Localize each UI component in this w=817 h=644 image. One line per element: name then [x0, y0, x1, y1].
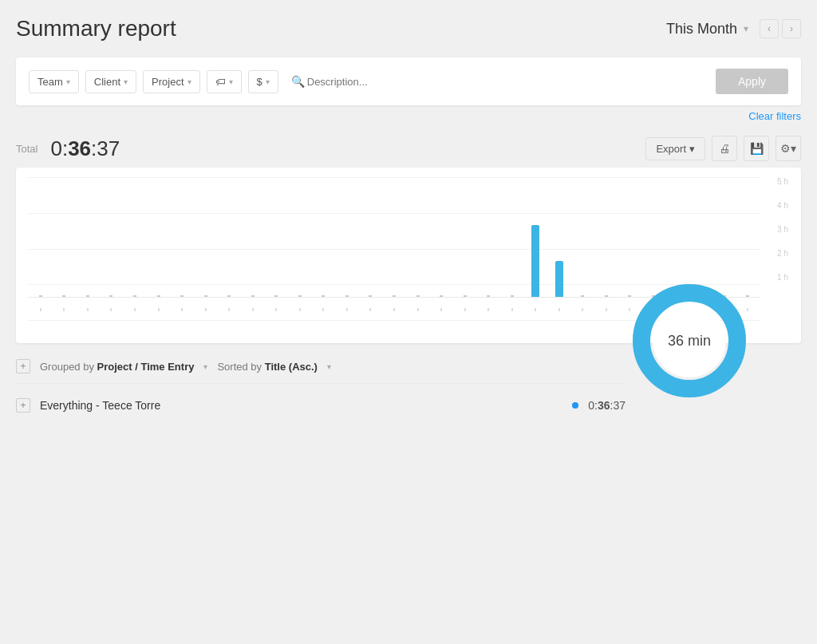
project-filter-btn[interactable]: Project ▾ [143, 70, 199, 93]
sorted-by-label: Sorted by Title (Asc.) [217, 361, 318, 373]
search-input[interactable] [285, 71, 709, 93]
team-filter-label: Team [37, 76, 63, 88]
x-tick [158, 308, 160, 311]
date-label[interactable]: This Month [666, 21, 737, 38]
chart-bar-wrapper [53, 177, 77, 297]
chart-bar-wrapper [29, 177, 53, 297]
x-tick [110, 308, 112, 311]
x-tick [535, 308, 536, 311]
chart-bar-wrapper [264, 177, 288, 297]
x-tick [582, 308, 583, 311]
x-tick [417, 308, 419, 311]
dollar-chevron-icon: ▾ [266, 77, 270, 86]
total-label: Total [16, 143, 37, 155]
chart-bar-wrapper [359, 177, 383, 297]
row-dot-indicator [572, 402, 578, 409]
search-wrapper: 🔍 [285, 71, 709, 93]
x-tick [63, 308, 65, 311]
grouped-by-label: Grouped by Project / Time Entry [40, 361, 194, 373]
team-filter-btn[interactable]: Team ▾ [29, 70, 79, 93]
export-button[interactable]: Export ▾ [645, 137, 705, 160]
project-filter-label: Project [152, 76, 184, 88]
table-divider [16, 383, 626, 384]
toolbar-right: Export ▾ 🖨 💾 ⚙ ▾ [645, 136, 801, 161]
client-filter-label: Client [94, 76, 120, 88]
settings-chevron-icon: ▾ [791, 142, 796, 155]
x-tick [440, 308, 442, 311]
next-arrow[interactable]: › [782, 19, 801, 38]
chart-bar-wrapper [100, 177, 124, 297]
row-expand-button[interactable]: + [16, 398, 30, 413]
donut-section: 36 min [626, 277, 753, 405]
tag-filter-btn[interactable]: 🏷 ▾ [207, 70, 242, 93]
chart-bar-wrapper [147, 177, 171, 297]
export-chevron-icon: ▾ [689, 143, 695, 155]
project-chevron-icon: ▾ [187, 77, 191, 86]
total-time-suffix: :37 [91, 136, 120, 160]
prev-arrow[interactable]: ‹ [760, 19, 779, 38]
apply-button[interactable]: Apply [716, 69, 788, 94]
client-filter-btn[interactable]: Client ▾ [85, 70, 136, 93]
date-dropdown-icon[interactable]: ▾ [744, 23, 748, 34]
chart-y-labels: 5 h4 h3 h2 h1 h [763, 177, 788, 321]
sorted-by-dropdown[interactable]: ▾ [327, 362, 331, 371]
chart-bar-wrapper [194, 177, 218, 297]
group-add-button[interactable]: + [16, 359, 30, 373]
row-time-suffix: :37 [610, 399, 626, 412]
chart-bar-wrapper [406, 177, 430, 297]
chart-bar-wrapper [453, 177, 477, 297]
export-label: Export [656, 143, 686, 155]
chart-y-label: 3 h [763, 225, 788, 234]
x-tick [511, 308, 513, 311]
x-tick [606, 308, 607, 311]
nav-arrows: ‹ › [760, 19, 801, 38]
chart-bar-wrapper [312, 177, 336, 297]
search-icon: 🔍 [291, 75, 305, 88]
chart-bar-wrapper [170, 177, 194, 297]
dollar-filter-btn[interactable]: $ ▾ [248, 70, 278, 93]
x-tick [205, 308, 207, 311]
row-time-bold: 36 [598, 399, 610, 412]
table-row: + Everything - Teece Torre 0:36:37 [16, 390, 626, 421]
gear-icon: ⚙ [780, 142, 791, 155]
total-time-bold: 36 [68, 136, 91, 160]
total-row: Total 0:36:37 Export ▾ 🖨 💾 ⚙ ▾ [16, 136, 801, 161]
expand-icon: + [20, 400, 26, 411]
x-tick [275, 308, 277, 311]
x-tick [87, 308, 89, 311]
grouped-by-dropdown[interactable]: ▾ [203, 362, 207, 371]
tag-chevron-icon: ▾ [229, 77, 233, 86]
chart-bar-wrapper [429, 177, 453, 297]
x-tick [487, 308, 489, 311]
save-button[interactable]: 💾 [744, 136, 769, 161]
chart-bar-wrapper [288, 177, 312, 297]
save-icon: 💾 [750, 142, 764, 155]
chart-bar-wrapper [217, 177, 241, 297]
chart-bar-wrapper [523, 177, 547, 297]
clear-filters-link[interactable]: Clear filters [748, 110, 801, 122]
row-time-prefix: 0: [588, 399, 598, 412]
print-button[interactable]: 🖨 [712, 136, 737, 161]
chart-bar-wrapper [571, 177, 595, 297]
total-time-prefix: 0: [50, 136, 68, 160]
x-tick [464, 308, 466, 311]
chart-bar-wrapper [500, 177, 524, 297]
settings-button[interactable]: ⚙ ▾ [776, 136, 801, 161]
x-tick [299, 308, 301, 311]
sorted-by-prefix: Sorted by [217, 361, 262, 373]
page-title: Summary report [16, 16, 176, 41]
chart-bar-wrapper [476, 177, 500, 297]
chart-bar-wrapper [76, 177, 100, 297]
x-tick [558, 308, 560, 311]
plus-icon: + [20, 361, 26, 372]
chart-y-label: 4 h [763, 201, 788, 210]
date-nav: This Month ▾ ‹ › [666, 19, 801, 38]
print-icon: 🖨 [719, 142, 730, 155]
sorted-by-value: Title (Asc.) [265, 361, 318, 373]
chart-bar-wrapper [241, 177, 265, 297]
team-chevron-icon: ▾ [66, 77, 70, 86]
clear-filters-row: Clear filters [16, 109, 801, 123]
donut-chart: 36 min [626, 277, 753, 405]
filter-bar: Team ▾ Client ▾ Project ▾ 🏷 ▾ $ ▾ 🔍 Appl… [16, 57, 801, 105]
donut-label: 36 min [668, 333, 711, 350]
